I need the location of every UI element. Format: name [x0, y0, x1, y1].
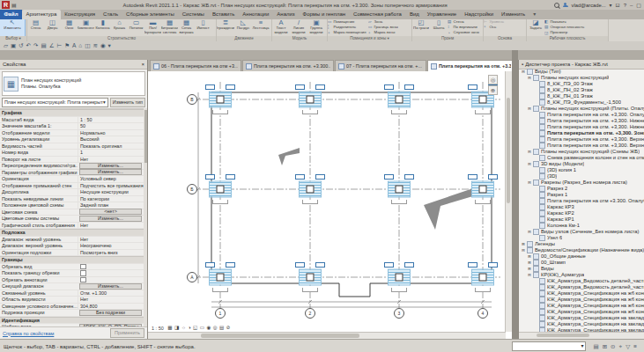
rebar-tag[interactable]: [205, 262, 215, 268]
hide-elements-icon[interactable]: ◉: [206, 324, 211, 332]
tree-item[interactable]: 8_КЖ_ПЭ_Фундаменты_-1,500: [519, 99, 644, 106]
grid-bubble[interactable]: Б: [187, 184, 197, 194]
column-rebar-zone[interactable]: [465, 174, 500, 204]
property-row[interactable]: Показать границу обрезки: [0, 270, 144, 277]
column-section[interactable]: [217, 96, 225, 104]
tree-expander-icon[interactable]: ⊞: [527, 260, 532, 266]
column-section[interactable]: [396, 274, 403, 282]
ribbon-button[interactable]: / Линия модели: [290, 19, 307, 36]
workset-selector[interactable]: ▾: [512, 341, 586, 351]
tree-item[interactable]: ⊞ Легенды: [519, 241, 644, 247]
app-store-icon[interactable]: ⊡: [616, 3, 620, 8]
tree-item[interactable]: {3D} копия 1: [519, 167, 644, 173]
ribbon-button[interactable]: ▮ Колонна: [94, 19, 111, 36]
rebar-tag[interactable]: [404, 84, 414, 90]
column-section[interactable]: [396, 96, 403, 104]
ribbon-tab[interactable]: Управление: [423, 10, 460, 19]
tree-item[interactable]: Плита перекрытия на отм. +3,300. Верхнее…: [519, 143, 644, 149]
tree-item[interactable]: Плита перекрытия на отм. +3,300. Опалубк…: [519, 112, 644, 118]
ribbon-tab[interactable]: Сталь: [100, 10, 122, 19]
ribbon-button[interactable]: ◺ Пандус: [234, 19, 252, 36]
type-preview[interactable]: ▦ План несущих конструкций Планы. Опалуб…: [2, 71, 145, 96]
tree-expander-icon[interactable]: ⊟: [521, 69, 526, 75]
ribbon-button[interactable]: ◪ Задать: [527, 19, 544, 36]
tree-expander-icon[interactable]: ⊟: [527, 229, 532, 235]
ribbon-button[interactable]: ▭ Потолок: [128, 19, 144, 36]
tree-item[interactable]: Схема размещения колонн и стен на отм 0.…: [519, 155, 644, 161]
undo-icon[interactable]: ↶: [26, 41, 31, 50]
tree-item[interactable]: Плита перекрытия на отм. +3,300. Нижнее …: [519, 118, 644, 124]
ribbon-button[interactable]: ⌖ Марка помещения: [328, 31, 368, 36]
revit-logo-icon[interactable]: R: [2, 1, 10, 9]
column-rebar-zone[interactable]: [465, 262, 500, 292]
save-icon[interactable]: ▣: [11, 41, 16, 50]
tree-item[interactable]: {3D}: [519, 173, 644, 180]
tree-item[interactable]: ⊟ Планы несущих конструкций (Плиты. Опал…: [519, 106, 644, 112]
tree-item[interactable]: ⊟ 3D виды (Модели): [519, 161, 644, 167]
rebar-tag[interactable]: [488, 262, 498, 268]
rebar-tag[interactable]: [315, 174, 325, 180]
ribbon-button[interactable]: ▣ Компонент: [78, 19, 94, 36]
tree-item[interactable]: Плита перекрытия на отм. +3,300. Верхнее…: [519, 136, 644, 143]
crop-region-icon[interactable]: ▭: [200, 324, 204, 332]
property-row[interactable]: Отображение модели Нормально Нормально: [0, 130, 144, 137]
ribbon-tab[interactable]: Изменить: [498, 10, 529, 19]
property-row[interactable]: Отображение примыканий стен Подчистить в…: [0, 183, 144, 190]
ribbon-tab[interactable]: Архитектура: [22, 10, 61, 19]
thin-lines-icon[interactable]: ≋: [93, 41, 97, 50]
column-rebar-zone[interactable]: [292, 174, 328, 204]
ribbon-button[interactable]: ▯ Импост: [195, 19, 211, 36]
scale-control[interactable]: 1 : 50: [150, 325, 166, 332]
filter-icon[interactable]: ▽: [625, 340, 630, 352]
detail-level-icon[interactable]: ▦: [167, 324, 172, 332]
tree-expander-icon[interactable]: ⊟: [527, 161, 532, 167]
tree-expander-icon[interactable]: ⊞: [521, 241, 526, 247]
minimize-button[interactable]: –: [630, 3, 633, 8]
property-row[interactable]: Параметры отображения графики Изменить..…: [0, 170, 144, 177]
tree-item[interactable]: ⊞ Виды: [519, 266, 644, 272]
property-row[interactable]: Графика: [0, 109, 144, 117]
column-rebar-zone[interactable]: [381, 262, 417, 292]
modify-button[interactable]: ↖ Изменить: [0, 19, 25, 36]
property-checkbox[interactable]: [80, 270, 86, 276]
tree-item[interactable]: 8_КЖ_ПН_01 Этаж: [519, 93, 644, 99]
grid-bubble[interactable]: А: [187, 272, 197, 282]
manage-links-icon[interactable]: ⊞: [603, 340, 607, 352]
column-section[interactable]: [479, 96, 487, 104]
grid-bubble[interactable]: 1: [215, 308, 226, 319]
search-icon[interactable]: [554, 3, 559, 8]
property-edit-button[interactable]: <нет>: [79, 209, 142, 215]
column-section[interactable]: [307, 274, 315, 282]
signed-in-user[interactable]: vlad@arcade...: [572, 3, 606, 8]
tree-item[interactable]: 8_КЖ_ПН_02 Этаж: [519, 87, 644, 93]
property-row[interactable]: Уровень детализации Высокий Высокий: [0, 136, 144, 143]
view-tab[interactable]: Плита перекрытия на отм. +3.3... ×: [427, 60, 519, 71]
property-row[interactable]: Диапазон: нижний уровень Нет Нет: [0, 237, 144, 244]
drawing-area[interactable]: ВБА1234: [148, 71, 512, 339]
grid-bubble[interactable]: 2: [305, 308, 315, 319]
tree-item[interactable]: ⊞ 00_Общие данные: [519, 253, 644, 260]
ribbon-tab[interactable]: ▾: [529, 10, 540, 19]
tree-item[interactable]: КЖ_Арматура_Спецификация на жб конструкц…: [519, 303, 644, 309]
ribbon-button[interactable]: ▣ Группа модели: [307, 19, 325, 36]
property-row[interactable]: Ориентация подложки Посмотреть вниз Посм…: [0, 250, 144, 257]
help-icon[interactable]: ?: [624, 3, 626, 8]
tree-item[interactable]: КЖ_Арматура_Спецификация на закладную 3Д…: [519, 321, 644, 327]
rebar-tag[interactable]: [315, 262, 325, 268]
more-icon[interactable]: ▾: [108, 41, 111, 50]
rebar-tag[interactable]: [226, 174, 235, 180]
property-row[interactable]: Графический стиль отображения Нет Нет: [0, 223, 144, 230]
ribbon-button[interactable]: ▦ Витражная система: [161, 19, 178, 36]
sun-path-icon[interactable]: ☼: [181, 324, 186, 332]
tree-item[interactable]: ⊟ КР(КЖ)_Арматура: [519, 272, 644, 278]
shadows-icon[interactable]: ◑: [188, 324, 190, 332]
rebar-tag[interactable]: [226, 262, 235, 268]
ribbon-button[interactable]: ≣ Ограждение: [217, 19, 234, 36]
tree-item[interactable]: КЖ_Арматура_Спецификация на жб конструкц…: [519, 309, 644, 315]
grid-bubble[interactable]: 4: [477, 308, 488, 319]
rebar-tag[interactable]: [384, 174, 394, 180]
aligned-dimension-icon[interactable]: ⊢: [57, 41, 63, 50]
property-row[interactable]: Номер вида 1 1: [0, 150, 144, 157]
tree-expander-icon[interactable]: ⊞: [527, 266, 532, 272]
restore-button[interactable]: ▢: [636, 3, 641, 8]
